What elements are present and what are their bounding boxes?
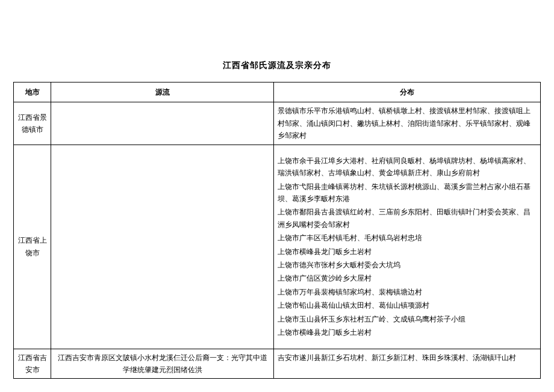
page-title: 江西省邹氏源流及宗亲分布 (13, 60, 541, 71)
main-table: 地市 源流 分布 江西省景德镇市 景德镇市乐平市乐港镇鸣山村、镇桥镇墩上村、接渡… (13, 82, 541, 379)
cell-distribution: 景德镇市乐平市乐港镇鸣山村、镇桥镇墩上村、接渡镇林里村邹家、接渡镇咀上村邹家、涌… (274, 102, 541, 145)
cell-distribution: 吉安市遂川县新江乡石坑村、新江乡新江村、珠田乡珠溪村、汤湖镇玕山村 (274, 349, 541, 379)
col-header-distribution: 分布 (274, 82, 541, 102)
cell-origin (51, 102, 274, 145)
dist-line: 上饶市德兴市张村乡大畈村委会大坑坞 (278, 259, 537, 271)
dist-line: 吉安市遂川县新江乡石坑村、新江乡新江村、珠田乡珠溪村、汤湖镇玕山村 (278, 352, 537, 364)
dist-line: 上饶市余干县江埠乡大港村、社府镇同良畈村、杨埠镇牌坊村、杨埠镇高家村、瑞洪镇邹家… (278, 155, 537, 179)
dist-line: 上饶市玉山县怀玉乡东社村五广岭、文成镇乌鹰村茶子小组 (278, 313, 537, 325)
dist-line: 上饶市横峰县龙门畈乡土岩村 (278, 246, 537, 258)
dist-line: 上饶市铅山县葛仙山镇太田村、葛仙山镇项源村 (278, 299, 537, 311)
table-row: 江西省景德镇市 景德镇市乐平市乐港镇鸣山村、镇桥镇墩上村、接渡镇林里村邹家、接渡… (14, 102, 541, 145)
dist-line: 景德镇市乐平市乐港镇鸣山村、镇桥镇墩上村、接渡镇林里村邹家、接渡镇咀上村邹家、涌… (278, 105, 537, 142)
cell-city: 江西省上饶市 (14, 145, 51, 349)
cell-origin: 江西吉安市青原区文陂镇小水村龙溪仨迁公后裔一支：光守其中道学继统肇建元烈国绪佐洪 (51, 349, 274, 379)
table-row: 江西省上饶市 上饶市余干县江埠乡大港村、社府镇同良畈村、杨埠镇牌坊村、杨埠镇高家… (14, 145, 541, 349)
cell-city: 江西省景德镇市 (14, 102, 51, 145)
cell-city: 江西省吉安市 (14, 349, 51, 379)
cell-distribution: 上饶市余干县江埠乡大港村、社府镇同良畈村、杨埠镇牌坊村、杨埠镇高家村、瑞洪镇邹家… (274, 145, 541, 349)
dist-line: 上饶市鄱阳县古县渡镇红岭村、三庙前乡东阳村、田畈街镇叶门村委会英家、昌洲乡凤嘴村… (278, 206, 537, 231)
dist-line: 上饶市横峰县龙门畈乡土岩村 (278, 326, 537, 338)
col-header-origin: 源流 (51, 82, 274, 102)
cell-origin (51, 145, 274, 349)
dist-line: 上饶市万年县裴梅镇邹家坞村、裴梅镇塘边村 (278, 286, 537, 298)
col-header-city: 地市 (14, 82, 51, 102)
dist-line: 上饶市广信区黄沙岭乡大屋村 (278, 272, 537, 284)
dist-line: 上饶市弋阳县圭峰镇蒋坊村、朱坑镇长源村桃源山、葛溪乡雷兰村占家小组石基坝、葛溪乡… (278, 181, 537, 205)
table-row: 江西省吉安市 江西吉安市青原区文陂镇小水村龙溪仨迁公后裔一支：光守其中道学继统肇… (14, 349, 541, 379)
dist-line: 上饶市广丰区毛村镇毛村、毛村镇乌岩村忠培 (278, 232, 537, 244)
